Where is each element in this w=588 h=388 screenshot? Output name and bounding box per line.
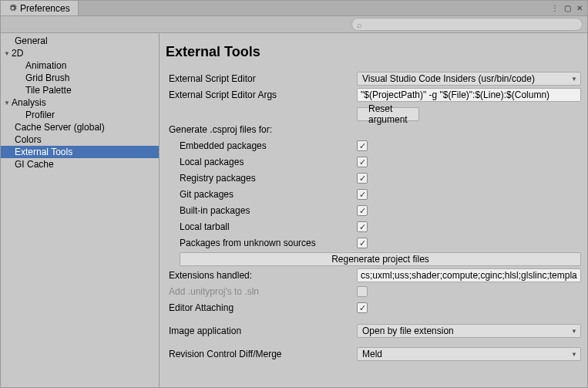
sidebar: General ▼2D Animation Grid Brush Tile Pa… bbox=[1, 33, 160, 387]
row-image-app: Image application Open by file extension… bbox=[166, 323, 581, 339]
registry-packages-checkbox[interactable] bbox=[357, 173, 368, 184]
row-unknown: Packages from unknown sources bbox=[166, 235, 581, 251]
external-script-editor-dropdown[interactable]: Visual Studio Code Insiders (usr/bin/cod… bbox=[357, 72, 581, 86]
main-panel: External Tools External Script Editor Vi… bbox=[160, 33, 587, 387]
label-editor-attach: Editor Attaching bbox=[166, 302, 357, 313]
row-builtin: Built-in packages bbox=[166, 203, 581, 218]
row-reset: Reset argument bbox=[166, 103, 581, 121]
revision-control-dropdown[interactable]: Meld▼ bbox=[357, 347, 581, 361]
row-ext-editor: External Script Editor Visual Studio Cod… bbox=[166, 71, 581, 86]
row-tarball: Local tarball bbox=[166, 219, 581, 234]
titlebar: Preferences ⋮ ▢ ✕ bbox=[1, 1, 587, 16]
preferences-tab[interactable]: Preferences bbox=[1, 1, 79, 15]
sidebar-item-animation[interactable]: Animation bbox=[1, 59, 159, 72]
content-area: General ▼2D Animation Grid Brush Tile Pa… bbox=[1, 33, 587, 387]
label-rev-ctrl: Revision Control Diff/Merge bbox=[166, 349, 357, 359]
reset-argument-button[interactable]: Reset argument bbox=[357, 107, 419, 121]
label-ext-editor: External Script Editor bbox=[166, 73, 357, 84]
row-local: Local packages bbox=[166, 154, 581, 170]
row-add-proj: Add .unityproj's to .sln bbox=[166, 284, 581, 299]
row-rev-ctrl: Revision Control Diff/Merge Meld▼ bbox=[166, 346, 581, 362]
local-tarball-checkbox[interactable] bbox=[357, 221, 368, 232]
label-registry: Registry packages bbox=[166, 173, 357, 184]
chevron-down-icon: ▼ bbox=[571, 328, 577, 335]
chevron-down-icon: ▼ bbox=[571, 351, 577, 358]
regenerate-project-files-button[interactable]: Regenerate project files bbox=[180, 252, 581, 266]
page-title: External Tools bbox=[166, 44, 581, 60]
sidebar-item-general[interactable]: General bbox=[1, 35, 159, 47]
label-ext-handled: Extensions handled: bbox=[166, 270, 357, 281]
external-script-args-input[interactable] bbox=[357, 88, 581, 102]
row-embedded: Embedded packages bbox=[166, 138, 581, 154]
sidebar-item-grid-brush[interactable]: Grid Brush bbox=[1, 72, 159, 84]
titlebar-spacer bbox=[79, 1, 547, 15]
extensions-handled-input[interactable] bbox=[357, 268, 581, 282]
preferences-window: Preferences ⋮ ▢ ✕ ⌕ General ▼2D Animatio… bbox=[0, 0, 588, 388]
sidebar-item-2d[interactable]: ▼2D bbox=[1, 47, 159, 59]
label-embedded: Embedded packages bbox=[166, 140, 357, 151]
row-registry: Registry packages bbox=[166, 170, 581, 186]
sidebar-item-colors[interactable]: Colors bbox=[1, 133, 159, 146]
local-packages-checkbox[interactable] bbox=[357, 157, 368, 167]
label-git: Git packages bbox=[166, 189, 357, 200]
label-gen-header: Generate .csproj files for: bbox=[166, 124, 357, 135]
unknown-sources-checkbox[interactable] bbox=[357, 238, 368, 248]
close-icon[interactable]: ✕ bbox=[575, 4, 584, 13]
titlebar-controls: ⋮ ▢ ✕ bbox=[547, 1, 587, 15]
sidebar-item-cache-server[interactable]: Cache Server (global) bbox=[1, 121, 159, 133]
detach-icon[interactable]: ▢ bbox=[563, 4, 572, 13]
search-icon: ⌕ bbox=[357, 20, 362, 29]
row-regen: Regenerate project files bbox=[166, 251, 581, 267]
chevron-down-icon: ▼ bbox=[4, 100, 12, 106]
row-editor-attach: Editor Attaching bbox=[166, 300, 581, 315]
row-git: Git packages bbox=[166, 187, 581, 202]
label-image-app: Image application bbox=[166, 326, 357, 336]
menu-icon[interactable]: ⋮ bbox=[550, 4, 559, 13]
label-add-proj: Add .unityproj's to .sln bbox=[166, 286, 357, 297]
chevron-down-icon: ▼ bbox=[571, 76, 577, 83]
gear-icon bbox=[8, 4, 17, 12]
chevron-down-icon: ▼ bbox=[4, 50, 12, 57]
label-builtin: Built-in packages bbox=[166, 205, 357, 216]
row-ext-args: External Script Editor Args bbox=[166, 87, 581, 103]
git-packages-checkbox[interactable] bbox=[357, 189, 368, 200]
sidebar-item-gi-cache[interactable]: GI Cache bbox=[1, 158, 159, 170]
tab-title: Preferences bbox=[20, 3, 70, 14]
label-local: Local packages bbox=[166, 157, 357, 167]
search-input[interactable] bbox=[351, 18, 583, 31]
sidebar-item-tile-palette[interactable]: Tile Palette bbox=[1, 84, 159, 96]
sidebar-item-analysis[interactable]: ▼Analysis bbox=[1, 96, 159, 109]
editor-attaching-checkbox[interactable] bbox=[357, 302, 368, 313]
image-application-dropdown[interactable]: Open by file extension▼ bbox=[357, 324, 581, 338]
label-tarball: Local tarball bbox=[166, 221, 357, 232]
label-ext-args: External Script Editor Args bbox=[166, 89, 357, 100]
builtin-packages-checkbox[interactable] bbox=[357, 205, 368, 216]
label-unknown: Packages from unknown sources bbox=[166, 238, 357, 248]
search-bar: ⌕ bbox=[1, 16, 587, 33]
row-ext-handled: Extensions handled: bbox=[166, 268, 581, 283]
add-unityproj-checkbox bbox=[357, 286, 368, 297]
sidebar-item-profiler[interactable]: Profiler bbox=[1, 109, 159, 121]
embedded-packages-checkbox[interactable] bbox=[357, 140, 368, 151]
sidebar-item-external-tools[interactable]: External Tools bbox=[1, 146, 159, 158]
